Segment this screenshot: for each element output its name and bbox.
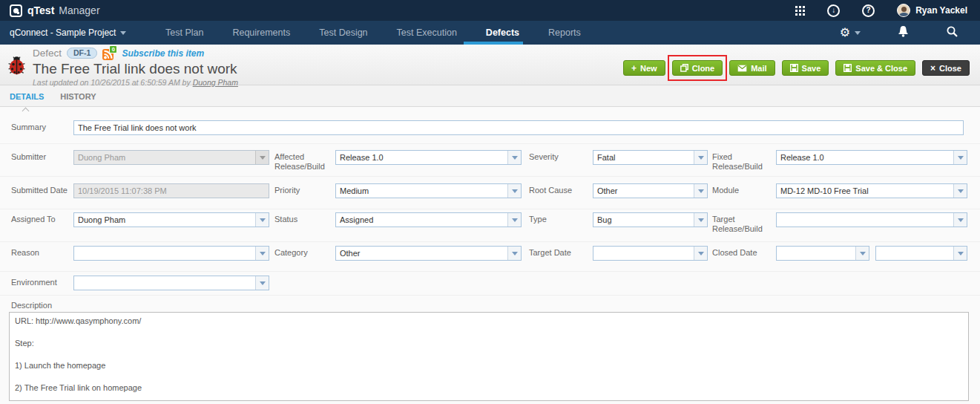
chevron-down-icon [120,31,126,35]
affected-release-select[interactable]: Release 1.0 [335,150,522,165]
nav-item-test-execution[interactable]: Test Execution [397,21,457,45]
closed-date-label: Closed Date [712,248,775,258]
defect-form: Summary Submitter Duong Pham Affected Re… [0,107,980,404]
target-date-label: Target Date [529,248,591,258]
chevron-down-icon [694,151,707,164]
affected-release-label: Affected Release/Build [274,152,332,172]
chevron-down-icon [953,151,967,164]
assigned-to-label: Assigned To [11,215,73,224]
save-button[interactable]: Save [782,60,829,76]
environment-select[interactable] [73,276,269,290]
app-grid-icon[interactable] [795,6,805,16]
nav-item-test-plan[interactable]: Test Plan [165,21,203,45]
qtest-logo: qTest Manager [10,4,100,17]
status-select[interactable]: Assigned [335,212,522,227]
mail-icon [737,65,747,72]
subscribe-link[interactable]: Subscribe this item [122,48,204,59]
help-icon[interactable]: ? [862,4,875,17]
chevron-down-icon [507,151,521,164]
qtest-logo-icon [10,4,22,17]
fixed-release-label: Fixed Release/Build [712,152,775,172]
chevron-down-icon [255,213,269,227]
category-label: Category [274,248,332,258]
chevron-down-icon [855,31,861,35]
defect-id-badge: DF-1 [67,48,97,59]
tab-history[interactable]: HISTORY [60,92,96,101]
priority-label: Priority [274,186,332,195]
summary-input[interactable] [73,120,964,135]
close-icon: × [930,64,935,73]
rss-count-badge: 0 [109,45,117,53]
category-select[interactable]: Other [335,246,522,261]
toolbar: + New Clone Mail Save Save & Close × Clo… [623,60,970,76]
environment-label: Environment [11,278,73,287]
tab-details[interactable]: DETAILS [10,92,44,101]
description-textarea[interactable]: URL: http://www.qasymphony.com/ Step: 1)… [9,312,969,401]
root-cause-label: Root Cause [529,186,591,195]
chevron-down-icon [507,247,521,260]
download-icon[interactable]: ↓ [827,4,840,17]
nav-bar: qConnect - Sample Project Test Plan Requ… [0,21,980,45]
chevron-down-icon [953,247,967,260]
severity-select[interactable]: Fatal [593,150,708,165]
chevron-down-icon [953,184,967,198]
chevron-down-icon [694,247,707,260]
target-date-picker[interactable] [593,246,708,261]
chevron-down-icon [507,213,521,227]
status-label: Status [274,215,332,224]
chevron-down-icon [953,213,967,227]
chevron-down-icon [855,247,869,260]
root-cause-select[interactable]: Other [593,183,708,198]
save-and-close-button[interactable]: Save & Close [835,60,915,76]
new-button[interactable]: + New [623,60,665,76]
mail-button[interactable]: Mail [729,60,775,76]
description-label: Description [11,301,52,310]
assigned-to-select[interactable]: Duong Pham [73,212,269,227]
submitted-date-field: 10/19/2015 11:07:38 PM [73,183,269,198]
detail-tabs: DETAILS HISTORY [0,85,980,107]
chevron-down-icon [255,276,269,290]
severity-label: Severity [529,152,591,162]
closed-time-picker[interactable] [875,246,967,261]
type-select[interactable]: Bug [593,212,708,227]
save-icon [843,64,852,72]
last-updated-user-link[interactable]: Duong Pham [193,78,238,87]
clone-button[interactable]: Clone [672,60,723,76]
nav-item-test-design[interactable]: Test Design [319,21,367,45]
save-icon [790,64,798,72]
module-select[interactable]: MD-12 MD-10 Free Trial [776,183,967,198]
rss-icon[interactable]: 0 [102,48,114,59]
nav-item-requirements[interactable]: Requirements [232,21,290,45]
type-label: Type [529,215,591,224]
page-title: The Free Trial link does not work [33,61,238,77]
chevron-down-icon [507,184,521,198]
reason-select[interactable] [73,246,269,261]
nav-item-reports[interactable]: Reports [548,21,581,45]
chevron-down-icon [694,213,707,227]
search-icon[interactable] [946,25,958,41]
closed-date-picker[interactable] [776,246,869,261]
project-selector[interactable]: qConnect - Sample Project [10,27,126,38]
collapse-handle[interactable] [21,108,31,113]
priority-select[interactable]: Medium [335,183,522,198]
module-label: Module [712,186,775,195]
project-selector-label: qConnect - Sample Project [10,27,116,38]
last-updated-text: Last updated on 10/26/2015 at 6:50:59 AM… [33,78,238,87]
fixed-release-select[interactable]: Release 1.0 [776,150,967,165]
defect-header: Defect DF-1 0 Subscribe this item The Fr… [0,45,980,85]
summary-label: Summary [11,123,73,132]
defect-bug-icon [6,54,27,79]
user-name: Ryan Yackel [915,5,967,16]
chevron-down-icon [694,184,707,198]
user-menu[interactable]: Ryan Yackel [897,4,967,17]
bell-icon[interactable] [898,25,909,41]
top-bar: qTest Manager ↓ ? Ryan Yackel [0,0,980,21]
submitter-select: Duong Pham [73,150,269,165]
target-release-label: Target Release/Build [712,215,775,234]
target-release-select[interactable] [776,212,967,227]
submitted-date-label: Submitted Date [11,186,73,195]
close-button[interactable]: × Close [922,60,970,76]
settings-menu[interactable]: ⚙ [840,27,861,39]
chevron-down-icon [255,247,269,260]
plus-icon: + [631,64,637,73]
